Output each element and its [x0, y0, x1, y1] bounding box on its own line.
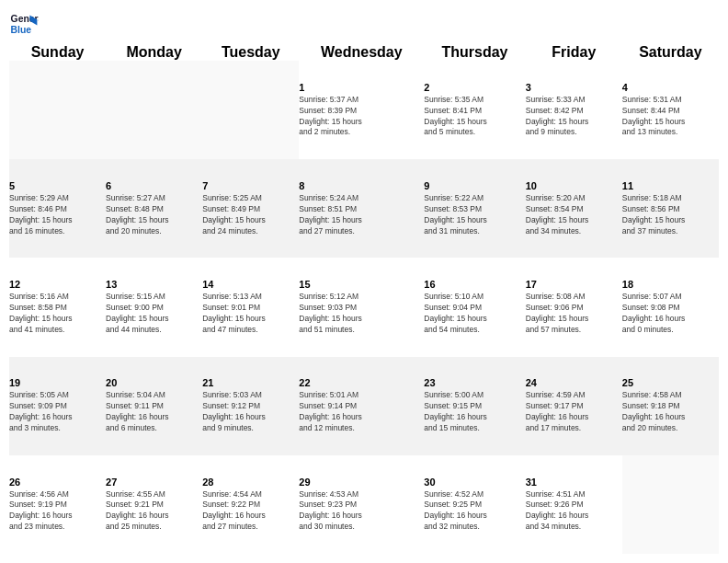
weekday-header-tuesday: Tuesday: [202, 44, 299, 61]
day-number: 9: [424, 180, 525, 191]
day-number: 5: [9, 180, 106, 191]
calendar-cell: [9, 61, 106, 159]
calendar-cell: 26Sunrise: 4:56 AM Sunset: 9:19 PM Dayli…: [9, 455, 106, 554]
svg-text:Blue: Blue: [11, 25, 32, 35]
day-info: Sunrise: 5:08 AM Sunset: 9:06 PM Dayligh…: [526, 292, 622, 336]
calendar-page: General Blue SundayMondayTuesdayWednesda…: [0, 0, 728, 563]
weekday-header-sunday: Sunday: [9, 44, 106, 61]
calendar-cell: 2Sunrise: 5:35 AM Sunset: 8:41 PM Daylig…: [424, 61, 525, 159]
day-number: 30: [424, 477, 525, 488]
day-number: 24: [526, 377, 622, 388]
day-number: 14: [202, 279, 299, 290]
day-number: 3: [526, 82, 622, 93]
day-number: 18: [622, 279, 719, 290]
day-number: 31: [526, 477, 622, 488]
calendar-cell: 17Sunrise: 5:08 AM Sunset: 9:06 PM Dayli…: [526, 258, 622, 356]
calendar-cell: 22Sunrise: 5:01 AM Sunset: 9:14 PM Dayli…: [299, 357, 424, 455]
day-info: Sunrise: 4:56 AM Sunset: 9:19 PM Dayligh…: [9, 489, 106, 534]
calendar-cell: 28Sunrise: 4:54 AM Sunset: 9:22 PM Dayli…: [202, 455, 299, 554]
day-info: Sunrise: 5:16 AM Sunset: 8:58 PM Dayligh…: [9, 292, 106, 336]
calendar-week-row: 5Sunrise: 5:29 AM Sunset: 8:46 PM Daylig…: [9, 159, 719, 258]
day-number: 4: [622, 82, 719, 93]
calendar-table: SundayMondayTuesdayWednesdayThursdayFrid…: [9, 44, 719, 554]
calendar-cell: [622, 455, 719, 554]
day-number: 12: [9, 279, 106, 290]
calendar-cell: 20Sunrise: 5:04 AM Sunset: 9:11 PM Dayli…: [106, 357, 202, 455]
day-number: 16: [424, 279, 525, 290]
day-info: Sunrise: 5:15 AM Sunset: 9:00 PM Dayligh…: [106, 292, 202, 336]
calendar-cell: 16Sunrise: 5:10 AM Sunset: 9:04 PM Dayli…: [424, 258, 525, 356]
weekday-header-friday: Friday: [526, 44, 622, 61]
day-number: 13: [106, 279, 202, 290]
day-info: Sunrise: 5:24 AM Sunset: 8:51 PM Dayligh…: [299, 193, 424, 237]
calendar-cell: 7Sunrise: 5:25 AM Sunset: 8:49 PM Daylig…: [202, 159, 299, 258]
logo: General Blue: [9, 9, 42, 39]
day-info: Sunrise: 5:35 AM Sunset: 8:41 PM Dayligh…: [424, 95, 525, 139]
weekday-header-row: SundayMondayTuesdayWednesdayThursdayFrid…: [9, 44, 719, 61]
calendar-cell: 3Sunrise: 5:33 AM Sunset: 8:42 PM Daylig…: [526, 61, 622, 159]
day-info: Sunrise: 5:31 AM Sunset: 8:44 PM Dayligh…: [622, 95, 719, 139]
day-info: Sunrise: 5:25 AM Sunset: 8:49 PM Dayligh…: [202, 193, 299, 237]
calendar-cell: [202, 61, 299, 159]
day-info: Sunrise: 5:37 AM Sunset: 8:39 PM Dayligh…: [299, 95, 424, 139]
calendar-cell: 12Sunrise: 5:16 AM Sunset: 8:58 PM Dayli…: [9, 258, 106, 356]
calendar-cell: 9Sunrise: 5:22 AM Sunset: 8:53 PM Daylig…: [424, 159, 525, 258]
day-number: 29: [299, 477, 424, 488]
day-info: Sunrise: 5:01 AM Sunset: 9:14 PM Dayligh…: [299, 390, 424, 434]
calendar-cell: 15Sunrise: 5:12 AM Sunset: 9:03 PM Dayli…: [299, 258, 424, 356]
calendar-cell: 5Sunrise: 5:29 AM Sunset: 8:46 PM Daylig…: [9, 159, 106, 258]
calendar-cell: 23Sunrise: 5:00 AM Sunset: 9:15 PM Dayli…: [424, 357, 525, 455]
day-number: 22: [299, 377, 424, 388]
day-info: Sunrise: 5:10 AM Sunset: 9:04 PM Dayligh…: [424, 292, 525, 336]
day-info: Sunrise: 5:05 AM Sunset: 9:09 PM Dayligh…: [9, 390, 106, 434]
logo-icon: General Blue: [9, 9, 39, 39]
day-number: 7: [202, 180, 299, 191]
calendar-week-row: 19Sunrise: 5:05 AM Sunset: 9:09 PM Dayli…: [9, 357, 719, 455]
day-number: 19: [9, 377, 106, 388]
day-number: 1: [299, 82, 424, 93]
day-info: Sunrise: 5:29 AM Sunset: 8:46 PM Dayligh…: [9, 193, 106, 237]
day-info: Sunrise: 5:18 AM Sunset: 8:56 PM Dayligh…: [622, 193, 719, 237]
calendar-cell: 10Sunrise: 5:20 AM Sunset: 8:54 PM Dayli…: [526, 159, 622, 258]
day-info: Sunrise: 4:51 AM Sunset: 9:26 PM Dayligh…: [526, 489, 622, 534]
calendar-cell: 31Sunrise: 4:51 AM Sunset: 9:26 PM Dayli…: [526, 455, 622, 554]
day-info: Sunrise: 4:53 AM Sunset: 9:23 PM Dayligh…: [299, 489, 424, 534]
day-number: 21: [202, 377, 299, 388]
day-info: Sunrise: 5:12 AM Sunset: 9:03 PM Dayligh…: [299, 292, 424, 336]
day-info: Sunrise: 4:59 AM Sunset: 9:17 PM Dayligh…: [526, 390, 622, 434]
day-number: 27: [106, 477, 202, 488]
calendar-cell: 4Sunrise: 5:31 AM Sunset: 8:44 PM Daylig…: [622, 61, 719, 159]
calendar-week-row: 12Sunrise: 5:16 AM Sunset: 8:58 PM Dayli…: [9, 258, 719, 356]
calendar-cell: 14Sunrise: 5:13 AM Sunset: 9:01 PM Dayli…: [202, 258, 299, 356]
day-info: Sunrise: 5:20 AM Sunset: 8:54 PM Dayligh…: [526, 193, 622, 237]
calendar-week-row: 1Sunrise: 5:37 AM Sunset: 8:39 PM Daylig…: [9, 61, 719, 159]
day-info: Sunrise: 4:55 AM Sunset: 9:21 PM Dayligh…: [106, 489, 202, 534]
day-info: Sunrise: 4:58 AM Sunset: 9:18 PM Dayligh…: [622, 390, 719, 434]
calendar-cell: 1Sunrise: 5:37 AM Sunset: 8:39 PM Daylig…: [299, 61, 424, 159]
calendar-cell: [106, 61, 202, 159]
day-number: 8: [299, 180, 424, 191]
day-info: Sunrise: 5:04 AM Sunset: 9:11 PM Dayligh…: [106, 390, 202, 434]
weekday-header-thursday: Thursday: [424, 44, 525, 61]
day-info: Sunrise: 5:00 AM Sunset: 9:15 PM Dayligh…: [424, 390, 525, 434]
calendar-cell: 30Sunrise: 4:52 AM Sunset: 9:25 PM Dayli…: [424, 455, 525, 554]
weekday-header-saturday: Saturday: [622, 44, 719, 61]
page-header: General Blue: [9, 9, 719, 39]
day-number: 28: [202, 477, 299, 488]
day-number: 6: [106, 180, 202, 191]
day-number: 26: [9, 477, 106, 488]
day-info: Sunrise: 5:03 AM Sunset: 9:12 PM Dayligh…: [202, 390, 299, 434]
calendar-cell: 24Sunrise: 4:59 AM Sunset: 9:17 PM Dayli…: [526, 357, 622, 455]
day-number: 17: [526, 279, 622, 290]
calendar-cell: 19Sunrise: 5:05 AM Sunset: 9:09 PM Dayli…: [9, 357, 106, 455]
calendar-cell: 11Sunrise: 5:18 AM Sunset: 8:56 PM Dayli…: [622, 159, 719, 258]
calendar-cell: 21Sunrise: 5:03 AM Sunset: 9:12 PM Dayli…: [202, 357, 299, 455]
day-number: 25: [622, 377, 719, 388]
day-number: 15: [299, 279, 424, 290]
calendar-cell: 13Sunrise: 5:15 AM Sunset: 9:00 PM Dayli…: [106, 258, 202, 356]
day-info: Sunrise: 5:07 AM Sunset: 9:08 PM Dayligh…: [622, 292, 719, 336]
day-number: 11: [622, 180, 719, 191]
calendar-cell: 6Sunrise: 5:27 AM Sunset: 8:48 PM Daylig…: [106, 159, 202, 258]
day-info: Sunrise: 4:54 AM Sunset: 9:22 PM Dayligh…: [202, 489, 299, 534]
calendar-cell: 8Sunrise: 5:24 AM Sunset: 8:51 PM Daylig…: [299, 159, 424, 258]
